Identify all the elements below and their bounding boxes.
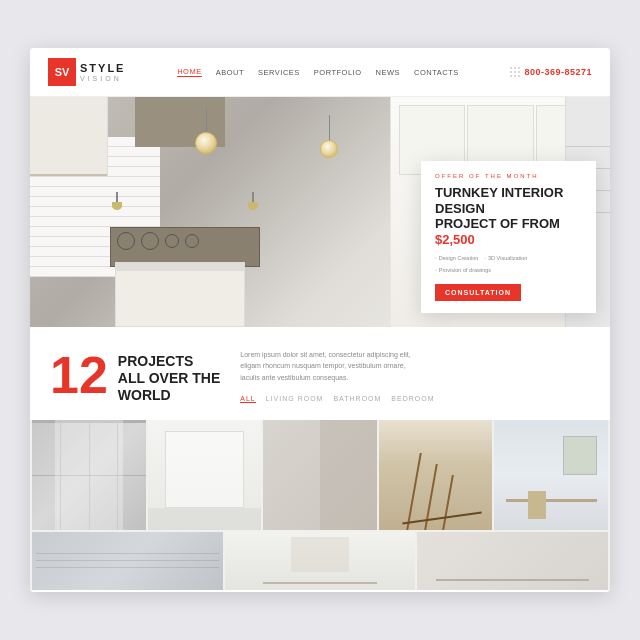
- nav-contacts[interactable]: CONTACTS: [414, 68, 459, 77]
- logo-vision-text: VISION: [80, 75, 125, 83]
- nav-home[interactable]: HOME: [177, 67, 202, 77]
- projects-count: 12: [50, 349, 108, 401]
- bottom-cell-1[interactable]: [32, 532, 223, 590]
- nav-portfolio[interactable]: PORTFOLIO: [314, 68, 362, 77]
- projects-title: PROJECTS ALL OVER THE WORLD: [118, 353, 220, 403]
- sconce-left: [112, 192, 122, 208]
- gallery-cell-1[interactable]: [32, 420, 146, 530]
- bottom-gallery: [32, 532, 608, 590]
- logo-icon: SV: [48, 58, 76, 86]
- phone-icon: [510, 67, 520, 77]
- filter-tabs: ALL LIVING ROOM BATHROOM BEDROOM: [240, 395, 590, 403]
- filter-living-room[interactable]: LIVING ROOM: [266, 395, 324, 402]
- cooktop-area: [110, 227, 260, 267]
- nav-menu: HOME ABOUT SERVICES PORTFOLIO NEWS CONTA…: [177, 67, 459, 77]
- projects-description: Lorem ipsum dolor sit amet, consectetur …: [240, 349, 590, 383]
- browser-window: SV STYLE VISION HOME ABOUT SERVICES PORT…: [30, 48, 610, 591]
- phone-area: 800-369-85271: [510, 67, 592, 77]
- gallery-cell-4[interactable]: [379, 420, 493, 530]
- projects-middle: Lorem ipsum dolor sit amet, consectetur …: [240, 349, 590, 403]
- filter-bedroom[interactable]: BEDROOM: [391, 395, 434, 402]
- cabinet-upper-left: [30, 97, 108, 177]
- filter-all[interactable]: ALL: [240, 395, 255, 403]
- offer-features: Design Creation 3D Visualization Provisi…: [435, 255, 582, 273]
- logo-area[interactable]: SV STYLE VISION: [48, 58, 125, 86]
- pendant-light-1: [195, 107, 217, 154]
- offer-title: TURNKEY INTERIOR DESIGN PROJECT OF FROM …: [435, 185, 582, 247]
- hero-section: OFFER OF THE MONTH TURNKEY INTERIOR DESI…: [30, 97, 610, 327]
- bottom-cell-2[interactable]: [225, 532, 416, 590]
- gallery-cell-3[interactable]: [263, 420, 377, 530]
- kitchen-island: [115, 262, 245, 327]
- sconce-right: [248, 192, 258, 208]
- gallery-cell-5[interactable]: [494, 420, 608, 530]
- feature-design: Design Creation: [435, 255, 478, 261]
- bottom-cell-3[interactable]: [417, 532, 608, 590]
- projects-left: 12 PROJECTS ALL OVER THE WORLD: [50, 349, 220, 403]
- site-header: SV STYLE VISION HOME ABOUT SERVICES PORT…: [30, 48, 610, 97]
- logo-text: STYLE VISION: [80, 62, 125, 82]
- offer-price: $2,500: [435, 232, 475, 247]
- logo-style-text: STYLE: [80, 62, 125, 74]
- offer-month-label: OFFER OF THE MONTH: [435, 173, 582, 179]
- feature-3d: 3D Visualization: [484, 255, 527, 261]
- filter-bathroom[interactable]: BATHROOM: [333, 395, 381, 402]
- consultation-button[interactable]: CONSULTATION: [435, 284, 521, 301]
- nav-about[interactable]: ABOUT: [216, 68, 244, 77]
- projects-section: 12 PROJECTS ALL OVER THE WORLD Lorem ips…: [30, 327, 610, 419]
- phone-number[interactable]: 800-369-85271: [524, 67, 592, 77]
- gallery-grid: [32, 420, 608, 530]
- nav-services[interactable]: SERVICES: [258, 68, 300, 77]
- nav-news[interactable]: NEWS: [376, 68, 401, 77]
- offer-card: OFFER OF THE MONTH TURNKEY INTERIOR DESI…: [421, 161, 596, 313]
- pendant-light-2: [320, 115, 338, 158]
- gallery-cell-2[interactable]: [148, 420, 262, 530]
- feature-drawings: Provision of drawings: [435, 267, 491, 273]
